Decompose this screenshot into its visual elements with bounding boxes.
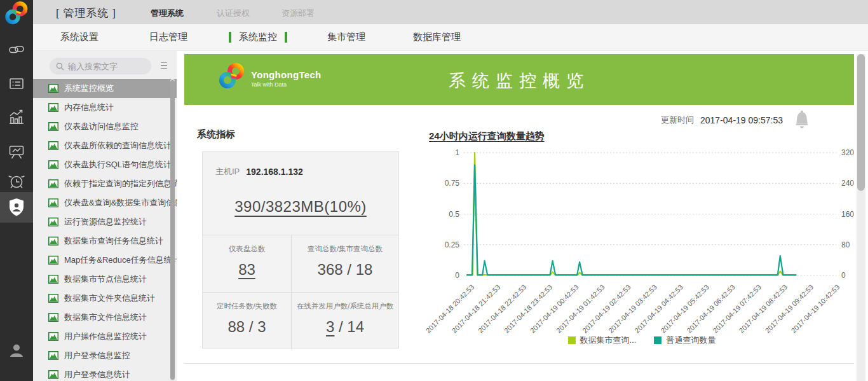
sidebar-item-3[interactable]: 仪表盘所依赖的查询信息统计 <box>33 136 177 155</box>
sidebar-item-11[interactable]: 数据集市文件夹信息统计 <box>33 289 177 308</box>
sidebar-item-13[interactable]: 用户操作信息监控统计 <box>33 327 177 346</box>
active-tab-bar-left <box>229 32 231 43</box>
metric-cell-2: 定时任务数/失败数88 / 3 <box>203 293 292 349</box>
metric-value: 88 / 3 <box>203 318 291 336</box>
search-box[interactable] <box>50 58 151 74</box>
chart-report-icon <box>48 237 58 246</box>
metric-value: 368 / 18 <box>292 261 398 279</box>
nav-tab-2[interactable]: 系统监控 <box>229 31 287 43</box>
sidebar-item-label: 仪表盘执行SQL语句信息统计 <box>64 159 172 170</box>
memory-usage-link[interactable]: 390/3823MB(10%) <box>203 198 398 216</box>
nav-tab-4[interactable]: 数据库管理 <box>413 31 461 43</box>
sidebar-item-4[interactable]: 仪表盘执行SQL语句信息统计 <box>33 155 177 174</box>
chart-report-icon <box>48 256 58 265</box>
sidebar-item-2[interactable]: 仪表盘访问信息监控 <box>33 117 177 136</box>
chart-report-icon <box>48 160 58 169</box>
sidebar-item-8[interactable]: 数据集市查询任务信息统计 <box>33 232 177 251</box>
section-divider <box>184 363 854 364</box>
metric-label: 仪表盘总数 <box>203 244 291 254</box>
page-scrollbar-thumb[interactable] <box>857 54 865 191</box>
chart-report-icon <box>48 218 58 226</box>
sidebar-item-label: 仪表盘所依赖的查询信息统计 <box>64 140 172 151</box>
svg-text:2017-04-18 21:42:53: 2017-04-18 21:42:53 <box>451 283 502 335</box>
chart-report-icon <box>48 370 58 379</box>
metric-value[interactable]: 3 / 14 <box>292 318 398 336</box>
sidebar-item-label: 系统监控概览 <box>64 83 114 94</box>
sidebar-item-label: 用户操作信息监控统计 <box>64 331 147 342</box>
sidebar-item-14[interactable]: 用户登录信息监控 <box>33 346 177 365</box>
sidebar-item-label: 仪表盘访问信息监控 <box>64 121 139 132</box>
chart-report-icon <box>48 313 58 322</box>
chart-report-icon <box>48 198 58 207</box>
presentation-icon[interactable] <box>0 137 33 167</box>
legend-item-0[interactable]: 数据集市查询... <box>568 335 637 346</box>
nav-tab-0[interactable]: 系统设置 <box>60 31 98 43</box>
legend-swatch <box>568 336 576 344</box>
sidebar-item-15[interactable]: 用户登录信息统计 <box>33 365 177 381</box>
svg-text:2017-04-19 09:42:53: 2017-04-19 09:42:53 <box>764 283 815 335</box>
legend-swatch <box>654 336 661 344</box>
sidebar-item-10[interactable]: 数据集市节点信息统计 <box>33 270 177 289</box>
yonghong-logo-icon <box>4 1 29 26</box>
sidebar-item-12[interactable]: 数据集市文件信息统计 <box>33 308 177 327</box>
host-ip-row: 主机IP 192.168.1.132 <box>215 166 303 177</box>
sidebar-scrollbar-thumb[interactable] <box>170 80 175 380</box>
page-title: 系统监控概览 <box>184 69 854 92</box>
sidebar-item-1[interactable]: 内存信息统计 <box>33 98 177 117</box>
host-ip-label: 主机IP <box>215 166 240 177</box>
top-bar: [ 管理系统 ] 管理系统认证授权资源部署 <box>33 0 868 24</box>
sidebar-item-0[interactable]: 系统监控概览 <box>33 79 177 98</box>
svg-text:0.75: 0.75 <box>445 179 460 188</box>
chart-report-icon <box>48 332 58 341</box>
list-card-icon[interactable] <box>0 69 33 98</box>
app-rail <box>0 0 33 381</box>
chart-report-icon <box>48 351 58 360</box>
bar-chart-icon[interactable] <box>0 103 33 132</box>
svg-text:2017-04-19 01:42:53: 2017-04-19 01:42:53 <box>555 283 606 335</box>
search-input[interactable] <box>68 62 144 71</box>
svg-text:160: 160 <box>841 210 854 219</box>
metric-cell-3: 在线并发用户数/系统总用户数3 / 14 <box>292 293 398 349</box>
page-scrollbar-track[interactable] <box>857 54 865 381</box>
metric-label: 在线并发用户数/系统总用户数 <box>292 301 398 311</box>
sidebar-item-label: 仪表盘&查询&数据集市查询信息统计 <box>64 197 177 209</box>
metrics-row-1: 仪表盘总数83查询总数/集市查询总数368 / 18 <box>203 235 398 292</box>
topbar-tab-1[interactable]: 认证授权 <box>217 8 250 19</box>
svg-text:0.25: 0.25 <box>445 240 460 249</box>
sidebar-item-label: 内存信息统计 <box>64 102 114 113</box>
sidebar-item-7[interactable]: 运行资源信息监控统计 <box>33 212 177 232</box>
sidebar-item-label: 数据集市文件信息统计 <box>64 312 147 323</box>
sidebar-item-6[interactable]: 仪表盘&查询&数据集市查询信息统计 <box>33 193 177 212</box>
topbar-tab-2[interactable]: 资源部署 <box>281 8 315 19</box>
metric-value[interactable]: 83 <box>203 261 291 279</box>
legend-item-1[interactable]: 普通查询数量 <box>654 335 715 346</box>
chart-report-icon <box>48 122 58 131</box>
sidebar-item-9[interactable]: Map任务&Reduce任务信息统计 <box>33 251 177 270</box>
notification-bell-icon[interactable] <box>792 109 811 132</box>
chart-report-icon <box>48 179 58 188</box>
svg-text:2017-04-19 02:42:53: 2017-04-19 02:42:53 <box>581 283 632 335</box>
metrics-row-2: 定时任务数/失败数88 / 3在线并发用户数/系统总用户数3 / 14 <box>203 292 398 349</box>
page: [ 管理系统 ] 管理系统认证授权资源部署 系统设置日志管理系统监控集市管理数据… <box>0 0 868 381</box>
main-content: YonghongTech Talk with Data 系统监控概览 更新时间 … <box>177 51 868 381</box>
shield-user-icon[interactable] <box>0 192 33 223</box>
svg-text:0.5: 0.5 <box>449 210 459 219</box>
nav-tab-1[interactable]: 日志管理 <box>149 31 187 43</box>
link-icon[interactable] <box>0 35 33 64</box>
metric-cell-1: 查询总数/集市查询总数368 / 18 <box>292 235 398 292</box>
module-nav: 系统设置日志管理系统监控集市管理数据库管理 <box>33 24 868 51</box>
svg-text:240: 240 <box>841 179 854 188</box>
sidebar-item-label: Map任务&Reduce任务信息统计 <box>64 254 177 266</box>
sidebar-item-label: 数据集市文件夹信息统计 <box>64 293 155 304</box>
query-trend-chart: 000.25800.51600.7524013202017-04-18 20:4… <box>419 145 864 368</box>
sidebar: 系统监控概览内存信息统计仪表盘访问信息监控仪表盘所依赖的查询信息统计仪表盘执行S… <box>33 51 177 381</box>
sidebar-item-5[interactable]: 依赖于指定查询的指定列信息统计 <box>33 174 177 193</box>
topbar-tab-0[interactable]: 管理系统 <box>151 8 184 19</box>
nav-tab-3[interactable]: 集市管理 <box>327 31 365 43</box>
user-icon[interactable] <box>0 336 33 365</box>
host-ip-value: 192.168.1.132 <box>246 167 303 177</box>
chart-title: 24小时内运行查询数量趋势 <box>429 130 545 142</box>
update-time-value: 2017-04-19 09:57:53 <box>700 115 783 125</box>
svg-text:1: 1 <box>455 148 459 157</box>
sidebar-menu-icon[interactable] <box>159 60 169 71</box>
